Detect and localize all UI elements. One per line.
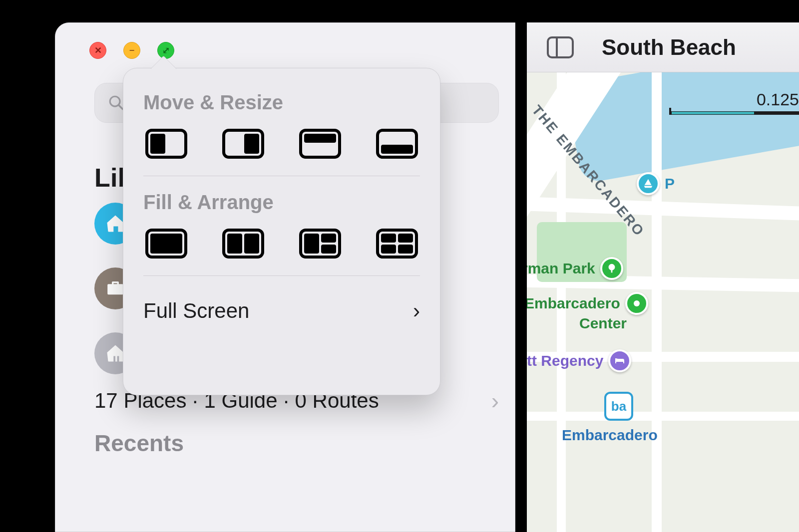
svg-rect-22 bbox=[381, 245, 396, 254]
minimize-button[interactable]: − bbox=[123, 42, 140, 59]
arrange-quarters[interactable] bbox=[374, 226, 420, 262]
svg-rect-23 bbox=[398, 245, 413, 254]
svg-rect-11 bbox=[150, 234, 182, 254]
svg-line-1 bbox=[119, 105, 123, 109]
window-tiling-popover: Move & Resize Fill & Arrange Full bbox=[123, 68, 440, 395]
poi-label: P bbox=[665, 175, 675, 192]
poi-marina[interactable]: P bbox=[637, 172, 675, 195]
poi-herman-park[interactable]: rman Park bbox=[527, 257, 623, 280]
tile-bottom-half[interactable] bbox=[374, 126, 420, 162]
zoom-button[interactable]: ⤢ bbox=[157, 42, 174, 59]
recents-heading: Recents bbox=[94, 430, 184, 457]
arrange-three-up[interactable] bbox=[297, 226, 343, 262]
poi-hyatt-regency[interactable]: tt Regency bbox=[527, 349, 631, 372]
svg-point-26 bbox=[608, 264, 615, 270]
svg-rect-7 bbox=[304, 134, 336, 143]
map-scale: 0.125 bbox=[669, 90, 799, 115]
search-icon bbox=[108, 94, 125, 111]
poi-embarcadero-center[interactable]: Embarcadero Center bbox=[527, 292, 648, 332]
map-road bbox=[527, 412, 799, 421]
map-pane: South Beach 0.125 THE EMBARCADERO P rman… bbox=[527, 22, 799, 532]
svg-point-28 bbox=[634, 300, 640, 306]
map-title: South Beach bbox=[602, 35, 736, 60]
poi-label: tt Regency bbox=[527, 352, 603, 369]
popover-divider-2 bbox=[143, 275, 420, 276]
poi-label: Center bbox=[579, 315, 627, 332]
chevron-right-icon: › bbox=[491, 387, 499, 414]
move-resize-label: Move & Resize bbox=[143, 91, 420, 114]
map-road bbox=[527, 197, 799, 222]
map-canvas[interactable]: 0.125 THE EMBARCADERO P rman Park Embarc… bbox=[527, 72, 799, 532]
poi-label: rman Park bbox=[527, 260, 595, 277]
map-header: South Beach bbox=[527, 22, 799, 72]
popover-divider-1 bbox=[143, 176, 420, 176]
poi-label: Embarcadero bbox=[527, 295, 620, 312]
move-resize-row bbox=[143, 126, 420, 162]
sidebar-toggle-icon[interactable] bbox=[547, 36, 574, 58]
tile-left-half[interactable] bbox=[143, 126, 189, 162]
tile-right-half[interactable] bbox=[220, 126, 266, 162]
close-button[interactable]: ✕ bbox=[89, 42, 106, 59]
fill-arrange-label: Fill & Arrange bbox=[143, 191, 420, 214]
full-screen-row[interactable]: Full Screen › bbox=[143, 291, 420, 331]
svg-rect-9 bbox=[381, 145, 413, 154]
chevron-right-icon: › bbox=[413, 299, 420, 323]
bed-icon bbox=[608, 349, 631, 372]
fill-arrange-row bbox=[143, 226, 420, 262]
svg-rect-20 bbox=[381, 234, 396, 243]
tile-top-half[interactable] bbox=[297, 126, 343, 162]
traffic-lights: ✕ − ⤢ bbox=[89, 42, 174, 59]
svg-rect-27 bbox=[611, 269, 612, 272]
tree-icon bbox=[600, 257, 623, 280]
full-screen-label: Full Screen bbox=[143, 299, 249, 323]
map-road bbox=[652, 72, 662, 532]
svg-rect-3 bbox=[150, 134, 165, 154]
scale-bar bbox=[669, 111, 799, 115]
bart-logo-text: ba bbox=[611, 399, 626, 414]
sailboat-icon bbox=[637, 172, 660, 195]
svg-rect-13 bbox=[227, 234, 242, 254]
scale-value: 0.125 bbox=[669, 90, 799, 109]
svg-point-29 bbox=[616, 359, 618, 361]
fill-screen[interactable] bbox=[143, 226, 189, 262]
svg-rect-17 bbox=[321, 234, 336, 243]
svg-rect-5 bbox=[244, 134, 259, 154]
poi-bart-label: Embarcadero bbox=[562, 427, 658, 444]
svg-rect-21 bbox=[398, 234, 413, 243]
svg-rect-24 bbox=[548, 37, 573, 57]
poi-bart-icon[interactable]: ba bbox=[604, 392, 633, 421]
svg-rect-16 bbox=[304, 234, 319, 254]
park-dot-icon bbox=[625, 292, 648, 315]
svg-rect-14 bbox=[244, 234, 259, 254]
arrange-left-right[interactable] bbox=[220, 226, 266, 262]
svg-rect-18 bbox=[321, 245, 336, 254]
